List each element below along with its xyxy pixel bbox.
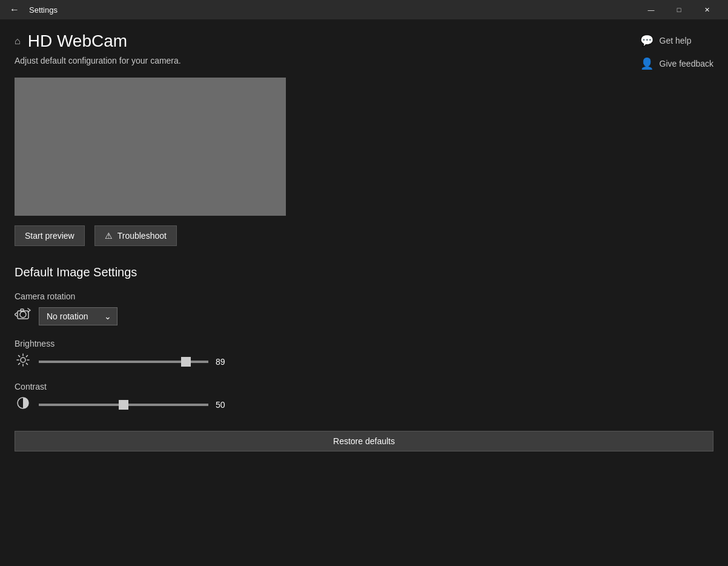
rotation-dropdown[interactable]: No rotation 90° 180° 270°: [39, 307, 117, 325]
give-feedback-link[interactable]: 👤 Give feedback: [640, 55, 714, 73]
titlebar-title: Settings: [29, 5, 637, 15]
contrast-slider[interactable]: [39, 404, 208, 406]
titlebar: ← Settings — □ ✕: [0, 0, 728, 19]
home-icon[interactable]: ⌂: [15, 36, 21, 47]
brightness-setting: Brightness 89: [15, 339, 713, 370]
svg-line-11: [19, 363, 20, 364]
rotation-icon: [15, 306, 31, 327]
contrast-row: 50: [15, 396, 713, 413]
brightness-row: 89: [15, 353, 713, 370]
contrast-setting: Contrast 50: [15, 382, 713, 413]
rotation-dropdown-wrapper: No rotation 90° 180° 270°: [39, 307, 117, 325]
camera-preview: [15, 78, 286, 216]
minimize-button[interactable]: —: [637, 0, 665, 19]
start-preview-button[interactable]: Start preview: [15, 225, 85, 246]
titlebar-controls: — □ ✕: [637, 0, 721, 19]
breadcrumb-row: ⌂ HD WebCam: [15, 32, 713, 51]
svg-line-10: [26, 356, 27, 357]
svg-line-9: [26, 363, 27, 364]
svg-point-0: [20, 311, 26, 318]
get-help-label: Get help: [660, 36, 692, 45]
rotation-row: No rotation 90° 180° 270°: [15, 306, 713, 327]
back-button[interactable]: ←: [7, 5, 22, 15]
camera-rotation-setting: Camera rotation No rotation 90° 180° 270…: [15, 291, 713, 327]
svg-point-3: [21, 358, 25, 362]
camera-rotation-label: Camera rotation: [15, 291, 713, 301]
brightness-icon: [15, 353, 31, 370]
troubleshoot-button[interactable]: ⚠ Troubleshoot: [94, 225, 177, 246]
give-feedback-label: Give feedback: [660, 59, 714, 68]
svg-line-8: [19, 356, 20, 357]
buttons-row: Start preview ⚠ Troubleshoot: [15, 225, 713, 246]
brightness-label: Brightness: [15, 339, 713, 348]
close-button[interactable]: ✕: [693, 0, 721, 19]
brightness-slider[interactable]: [39, 361, 208, 363]
section-title: Default Image Settings: [15, 265, 713, 279]
contrast-label: Contrast: [15, 382, 713, 391]
troubleshoot-label: Troubleshoot: [117, 231, 167, 241]
main-content: 💬 Get help 👤 Give feedback ⌂ HD WebCam A…: [0, 19, 728, 566]
get-help-link[interactable]: 💬 Get help: [640, 32, 714, 50]
right-panel: 💬 Get help 👤 Give feedback: [640, 32, 714, 73]
description: Adjust default configuration for your ca…: [15, 56, 713, 65]
warning-icon: ⚠: [105, 231, 113, 241]
get-help-icon: 💬: [640, 34, 654, 47]
contrast-value: 50: [216, 400, 234, 410]
brightness-value: 89: [216, 357, 234, 367]
page-title: HD WebCam: [28, 32, 127, 51]
maximize-button[interactable]: □: [665, 0, 693, 19]
contrast-icon: [15, 396, 31, 413]
svg-rect-2: [21, 309, 24, 311]
restore-defaults-button[interactable]: Restore defaults: [15, 431, 713, 451]
give-feedback-icon: 👤: [640, 57, 654, 70]
